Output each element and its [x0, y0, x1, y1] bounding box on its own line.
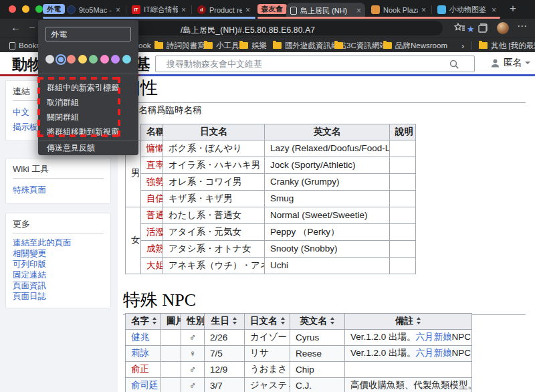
- bookmark-star-icon[interactable]: ★: [467, 24, 475, 34]
- caret-down-icon: [525, 62, 530, 64]
- tab-group-underline-blue: [43, 17, 255, 19]
- group-name-input[interactable]: [45, 27, 131, 41]
- menu-item-close-group[interactable]: 關閉群組: [38, 110, 138, 124]
- close-tab-icon[interactable]: ×: [421, 5, 426, 15]
- npc-link[interactable]: 莉詠: [131, 348, 149, 358]
- table-row: 女 普通 わたし系・普通女 Normal (Sweet/Sweetie): [126, 207, 416, 223]
- jp-name: アタイ系・元気女: [163, 223, 265, 240]
- description-cell: [390, 173, 416, 190]
- sortable-column-header[interactable]: 日文名: [245, 313, 290, 329]
- close-tab-icon[interactable]: ×: [492, 5, 496, 15]
- menu-item-ungroup[interactable]: 取消群組: [38, 95, 138, 110]
- group-color-blue-selected[interactable]: [57, 56, 65, 64]
- personality-link[interactable]: 大姐: [146, 260, 163, 270]
- sortable-column-header[interactable]: 名字: [126, 313, 161, 329]
- tab-group-label-waidian[interactable]: 外電: [43, 4, 65, 14]
- group-color-pink[interactable]: [100, 55, 109, 64]
- close-tab-icon[interactable]: ×: [245, 5, 250, 15]
- personality-link[interactable]: 慵懶: [146, 143, 163, 153]
- table-row: 成熟 アタシ系・オトナ女 Snooty (Snobby): [126, 240, 416, 257]
- close-tab-icon[interactable]: ×: [116, 5, 120, 15]
- sortable-column-header[interactable]: 備註: [345, 313, 472, 329]
- sidebar-link-related-changes[interactable]: 相關變更: [13, 248, 104, 259]
- sidebar-link-page-logs[interactable]: 頁面日誌: [13, 291, 104, 302]
- en-name: Cranky (Grumpy): [265, 173, 390, 190]
- tab-group-label-senyouhui[interactable]: 森友會: [257, 4, 287, 14]
- npc-birthday: 2/26: [205, 329, 245, 345]
- wiki-search-box[interactable]: [155, 56, 475, 72]
- back-icon[interactable]: ←: [11, 21, 21, 33]
- sortable-column-header[interactable]: 圖片: [161, 313, 181, 329]
- itmedia-favicon: IT: [132, 5, 140, 14]
- en-name: Uchi: [265, 257, 390, 274]
- user-menu[interactable]: 匿名: [490, 57, 530, 69]
- close-tab-icon[interactable]: ×: [181, 5, 186, 15]
- more-menu-icon[interactable]: ⋯: [517, 20, 528, 32]
- sortable-column-header[interactable]: 英文名: [290, 313, 345, 329]
- personality-link[interactable]: 強勢: [146, 177, 163, 187]
- personality-link[interactable]: 直率: [146, 160, 163, 170]
- tab-animal-guide[interactable]: 小动物图鉴 - ×: [433, 3, 500, 17]
- bookmark-item-clipped[interactable]: ook: [138, 40, 151, 51]
- bookmark-folder-entertainment[interactable]: 娛樂: [239, 40, 267, 51]
- june-bride-link[interactable]: 六月新娘: [416, 348, 452, 358]
- menu-item-new-tab-in-group[interactable]: 群組中的新索引標籤: [38, 80, 138, 95]
- profile-avatar[interactable]: [497, 22, 509, 34]
- tab-product-review[interactable]: d Product revie ×: [193, 3, 254, 17]
- tab-itmedia[interactable]: IT IT綜合情報ポ ×: [128, 3, 190, 17]
- close-window-icon[interactable]: [9, 5, 16, 13]
- search-icon[interactable]: [449, 60, 459, 70]
- new-tab-button[interactable]: +: [510, 2, 516, 15]
- npc-gender: ♂: [181, 377, 205, 392]
- sidebar-link-what-links-here[interactable]: 連結至此的頁面: [13, 237, 104, 248]
- npc-jp-name: カイゾー: [245, 329, 290, 345]
- minimize-window-icon[interactable]: [22, 5, 29, 13]
- group-color-red[interactable]: [67, 55, 76, 64]
- collections-icon[interactable]: [476, 22, 488, 34]
- group-color-yellow[interactable]: [78, 55, 87, 64]
- tab-9to5mac[interactable]: 9to5Mac - Ap ×: [63, 3, 124, 17]
- bookmark-folder-tools[interactable]: 小工具: [204, 40, 239, 51]
- favorites-icon[interactable]: [453, 22, 465, 34]
- sortable-column-header[interactable]: 生日: [205, 313, 245, 329]
- sidebar-link-printable[interactable]: 可列印版: [13, 259, 104, 270]
- en-name: Lazy (Relaxed/Doofus/Food-Loving): [265, 140, 390, 157]
- sidebar-link-page-info[interactable]: 頁面資訊: [13, 280, 104, 291]
- sidebar-link-special-pages[interactable]: 特殊頁面: [13, 183, 104, 197]
- group-color-grey[interactable]: [45, 55, 54, 64]
- bookmark-folder-poetry[interactable]: 詩詞與書寫: [154, 40, 205, 51]
- june-bride-link[interactable]: 六月新娘: [416, 332, 452, 342]
- personality-link[interactable]: 普通: [146, 210, 163, 220]
- close-tab-icon[interactable]: ×: [356, 6, 361, 15]
- menu-item-send-feedback[interactable]: 傳送意見反饋: [38, 140, 138, 155]
- sidebar-link-permanent[interactable]: 固定連結: [13, 270, 104, 280]
- sortable-column-header[interactable]: 性別: [181, 313, 205, 329]
- forward-icon[interactable]: –: [29, 21, 35, 32]
- bookmark-folder-newsroom[interactable]: 品牌Newsroom: [383, 40, 447, 51]
- folder-icon: [383, 42, 392, 49]
- bookmark-folder-3c-news[interactable]: 3C資訊網站: [334, 40, 387, 51]
- personality-link[interactable]: 活潑: [146, 227, 163, 237]
- table-row: 自信 キザ系・キザ男 Smug: [126, 190, 416, 207]
- group-color-cyan[interactable]: [122, 55, 131, 64]
- group-color-green[interactable]: [89, 55, 98, 64]
- tab-nook-plaza[interactable]: Nook Plaza - ×: [367, 3, 430, 17]
- bookmarks-overflow-chevron-icon[interactable]: ›: [461, 40, 464, 51]
- description-cell: [390, 240, 416, 257]
- table-row: 直率 オイラ系・ハキハキ男 Jock (Sporty/Athletic): [126, 157, 416, 173]
- maximize-window-icon[interactable]: [35, 5, 43, 13]
- group-color-purple[interactable]: [111, 55, 120, 64]
- jp-name: キザ系・キザ男: [163, 190, 265, 207]
- personality-link[interactable]: 成熟: [146, 243, 163, 254]
- personality-link[interactable]: 自信: [146, 193, 163, 203]
- bookmark-folder-other-favorites[interactable]: 其他 [我的最愛]: [479, 40, 535, 51]
- tab-bar: 外電 9to5Mac - Ap × IT IT綜合情報ポ × d Product…: [0, 0, 535, 19]
- menu-separator: [38, 74, 138, 74]
- search-input[interactable]: [156, 56, 474, 72]
- folder-icon: [154, 42, 163, 49]
- sort-icon: [416, 317, 421, 324]
- npc-link[interactable]: 俞司廷: [131, 380, 158, 390]
- url-text: /島上居民_(NH)#.E5.80.8B.E6.80.A7: [181, 25, 315, 36]
- npc-link[interactable]: 健兆: [131, 332, 149, 342]
- npc-link[interactable]: 俞正: [131, 364, 149, 374]
